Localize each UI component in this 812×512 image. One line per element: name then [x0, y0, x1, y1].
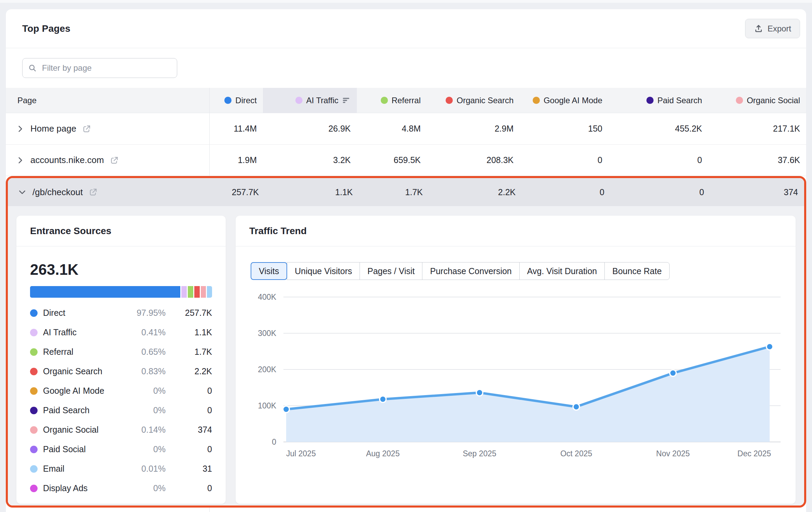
tab-avg-visit-duration[interactable]: Avg. Visit Duration — [519, 262, 605, 280]
page-title: Top Pages — [22, 23, 70, 34]
source-row-paid-search: Paid Search0%0 — [30, 401, 212, 420]
source-label: Display Ads — [43, 483, 122, 493]
x-axis-label: Jul 2025 — [286, 449, 316, 458]
cell-organic-social: 217.1K — [708, 113, 806, 144]
cell-ai-traffic: 3.2K — [263, 145, 357, 176]
cell-referral: 659.5K — [357, 145, 427, 176]
partial-card-above — [0, 0, 812, 3]
filter-input[interactable] — [41, 63, 171, 73]
tab-unique-visitors[interactable]: Unique Visitors — [287, 262, 360, 280]
column-header-ai-traffic[interactable]: AI Traffic — [263, 88, 357, 113]
collapse-row-chevron-down-icon[interactable] — [17, 187, 27, 197]
email-dot — [30, 465, 38, 473]
source-row-display-ads: Display Ads0%0 — [30, 479, 212, 498]
column-header-paid-search[interactable]: Paid Search — [608, 88, 708, 113]
source-row-organic-search: Organic Search0.83%2.2K — [30, 362, 212, 381]
x-axis-label: Nov 2025 — [656, 449, 690, 458]
bar-segment-ai-traffic — [181, 286, 187, 298]
entrance-sources-body: 263.1K Direct97.95%257.7KAI Traffic0.41%… — [16, 262, 226, 498]
entrance-sources-card: Entrance Sources 263.1K Direct97.95%257.… — [16, 216, 226, 504]
source-row-direct: Direct97.95%257.7K — [30, 303, 212, 323]
source-label: Organic Search — [43, 366, 122, 376]
cell-paid-search: 455.2K — [608, 113, 708, 144]
source-row-email: Email0.01%31 — [30, 459, 212, 479]
column-header-organic-search[interactable]: Organic Search — [427, 88, 520, 113]
column-header-organic-social[interactable]: Organic Social — [708, 88, 806, 113]
tab-visits[interactable]: Visits — [251, 262, 287, 280]
expand-row-chevron-right-icon[interactable] — [15, 156, 25, 165]
cell-referral: 1.7K — [359, 178, 429, 206]
column-header-label: Organic Social — [747, 96, 800, 105]
column-divider — [209, 508, 210, 512]
external-link-icon[interactable] — [110, 156, 119, 165]
column-header-label: Paid Search — [657, 96, 702, 105]
card-header: Top Pages Export — [6, 9, 806, 48]
export-button[interactable]: Export — [745, 19, 800, 38]
expand-row-chevron-right-icon[interactable] — [15, 124, 25, 134]
source-label: AI Traffic — [43, 327, 122, 337]
direct-legend-dot — [224, 97, 232, 104]
y-axis-label: 200K — [258, 365, 276, 374]
bar-segment-email — [207, 286, 212, 298]
tab-purchase-conversion[interactable]: Purchase Conversion — [422, 262, 519, 280]
source-label: Paid Search — [43, 405, 122, 415]
source-label: Email — [43, 464, 122, 474]
data-point-sep-2025 — [476, 389, 483, 396]
metric-tabs: VisitsUnique VisitorsPages / VisitPurcha… — [251, 262, 781, 280]
table-row-gb-checkout[interactable]: /gb/checkout257.7K1.1K1.7K2.2K00374 — [8, 178, 804, 206]
column-header-google-ai-mode[interactable]: Google AI Mode — [520, 88, 608, 113]
ai-traffic-dot — [30, 329, 38, 336]
cell-organic-social: 37.6K — [708, 145, 806, 176]
expanded-details-panel: Entrance Sources 263.1K Direct97.95%257.… — [8, 206, 804, 506]
cell-ai-traffic: 1.1K — [265, 178, 359, 206]
search-icon — [28, 64, 37, 72]
cell-direct: 1.9M — [209, 145, 263, 176]
traffic-trend-body: VisitsUnique VisitorsPages / VisitPurcha… — [236, 262, 796, 461]
column-header-label: AI Traffic — [306, 96, 338, 105]
organic-search-legend-dot — [446, 97, 453, 104]
table-row-home-page[interactable]: Home page11.4M26.9K4.8M2.9M150455.2K217.… — [6, 113, 806, 145]
x-axis-label: Oct 2025 — [560, 449, 592, 458]
source-percent: 0% — [127, 444, 166, 454]
tab-pages-visit[interactable]: Pages / Visit — [360, 262, 423, 280]
source-value: 0 — [171, 444, 212, 454]
external-link-icon[interactable] — [89, 188, 98, 197]
sources-legend: Direct97.95%257.7KAI Traffic0.41%1.1KRef… — [30, 303, 212, 498]
referral-legend-dot — [381, 97, 388, 104]
source-value: 31 — [171, 464, 212, 474]
source-value: 2.2K — [171, 366, 212, 376]
referral-dot — [30, 348, 38, 356]
page-cell-gb-checkout: /gb/checkout — [8, 178, 211, 206]
page-cell-accounts-nike-com: accounts.nike.com — [6, 145, 209, 176]
cell-ai-traffic: 26.9K — [263, 113, 357, 144]
page-background: Top Pages Export Page DirectAI TrafficRe… — [0, 0, 812, 512]
y-axis-label: 400K — [258, 293, 276, 301]
source-percent: 0.41% — [127, 327, 166, 337]
table-toolbar — [6, 48, 806, 88]
traffic-trend-chart: 0100K200K300K400KJul 2025Aug 2025Sep 202… — [251, 288, 781, 461]
data-point-aug-2025 — [380, 396, 386, 402]
organic-search-dot — [30, 368, 38, 375]
column-header-label: Referral — [392, 96, 421, 105]
table-rows: Home page11.4M26.9K4.8M2.9M150455.2K217.… — [6, 113, 806, 176]
selected-row-highlight-annotation: /gb/checkout257.7K1.1K1.7K2.2K00374 Entr… — [6, 176, 806, 508]
column-header-direct[interactable]: Direct — [209, 88, 263, 113]
expanded-row-container: /gb/checkout257.7K1.1K1.7K2.2K00374 — [8, 178, 804, 206]
external-link-icon[interactable] — [82, 124, 91, 133]
tab-bounce-rate[interactable]: Bounce Rate — [604, 262, 670, 280]
source-value: 0 — [171, 405, 212, 415]
y-axis-label: 300K — [258, 329, 276, 338]
source-value: 1.1K — [171, 327, 212, 337]
column-header-referral[interactable]: Referral — [357, 88, 427, 113]
table-row-accounts-nike-com[interactable]: accounts.nike.com1.9M3.2K659.5K208.3K003… — [6, 145, 806, 176]
column-header-label: Direct — [235, 96, 257, 105]
page-cell-home-page: Home page — [6, 113, 209, 144]
bar-segment-referral — [188, 286, 194, 298]
source-percent: 0.14% — [127, 425, 166, 435]
top-pages-card: Top Pages Export Page DirectAI TrafficRe… — [6, 9, 806, 512]
cell-organic-search: 208.3K — [427, 145, 520, 176]
x-axis-label: Aug 2025 — [366, 449, 400, 458]
data-point-jul-2025 — [283, 406, 290, 413]
source-row-paid-social: Paid Social0%0 — [30, 440, 212, 459]
cell-paid-search: 0 — [608, 145, 708, 176]
